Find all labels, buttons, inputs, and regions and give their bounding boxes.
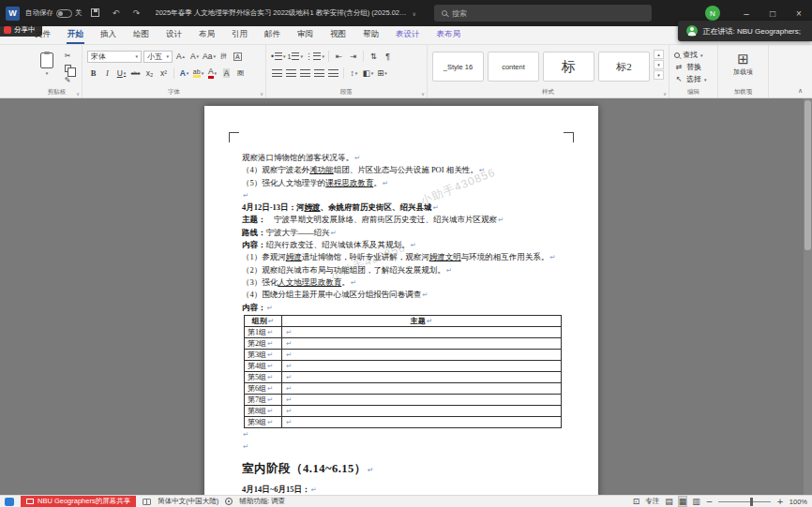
doc-paragraph[interactable]: ↵ (242, 189, 563, 201)
subscript-button[interactable]: x₂ (143, 67, 156, 80)
phonetic-guide-button[interactable]: 拼 (218, 51, 230, 63)
numbering-button[interactable]: 1▾ (288, 51, 303, 63)
topic-cell[interactable]: ↵ (282, 382, 562, 394)
justify-button[interactable] (313, 67, 325, 80)
cut-button[interactable]: ✂ (61, 51, 74, 61)
font-dialog-launcher[interactable]: ∨ (260, 91, 263, 97)
strikethrough-button[interactable]: abc (129, 67, 142, 80)
save-button[interactable] (88, 8, 103, 19)
borders-button[interactable]: ⊞▾ (376, 67, 388, 80)
group-cell[interactable]: 第3组↵ (245, 349, 282, 360)
tab-视图[interactable]: 视图 (322, 26, 354, 44)
tab-表布局[interactable]: 表布局 (429, 26, 470, 44)
autosave-toggle[interactable]: 自动保存 关 (25, 8, 83, 18)
increase-indent-button[interactable]: ⇥ (347, 51, 359, 63)
group-cell[interactable]: 第2组↵ (245, 337, 282, 349)
bold-button[interactable]: B (87, 67, 99, 80)
table-header-cell[interactable]: 主题↵ (282, 315, 562, 326)
autosave-switch-icon[interactable] (56, 9, 72, 18)
superscript-button[interactable]: x² (158, 67, 170, 80)
tab-插入[interactable]: 插入 (92, 26, 125, 44)
align-right-button[interactable] (299, 67, 311, 80)
web-layout-button[interactable]: ▥ (692, 497, 700, 506)
topic-cell[interactable]: ↵ (282, 405, 562, 416)
multilevel-list-button[interactable]: ⋮▾ (305, 51, 324, 63)
gallery-up-button[interactable]: ▴ (654, 50, 664, 59)
doc-paragraph[interactable]: 观察港口博物馆的游客状况等。↵ (242, 152, 563, 164)
read-mode-button[interactable]: ▤ (665, 497, 673, 506)
screen-share-indicator[interactable]: 分享中 (0, 23, 42, 37)
group-cell[interactable]: 第1组↵ (245, 326, 282, 337)
font-size-combo[interactable]: 小五 ▾ (143, 51, 173, 63)
tab-邮件[interactable]: 邮件 (256, 26, 289, 44)
groups-table[interactable]: 组别↵主题↵第1组↵↵第2组↵↵第3组↵↵第4组↵↵第5组↵↵第6组↵↵第7组↵… (244, 315, 562, 428)
gallery-down-button[interactable]: ▾ (654, 60, 664, 69)
topic-cell[interactable]: ↵ (282, 349, 562, 360)
topic-cell[interactable]: ↵ (282, 360, 562, 371)
group-cell[interactable]: 第7组↵ (245, 394, 282, 405)
search-box[interactable]: 搜索 (434, 5, 652, 22)
paste-button[interactable]: ▾ (37, 51, 57, 78)
proofing-icon[interactable] (143, 499, 151, 505)
group-cell[interactable]: 第5组↵ (245, 371, 282, 382)
zoom-slider[interactable] (718, 501, 771, 502)
grow-font-button[interactable]: A▴ (174, 51, 187, 63)
tab-布局[interactable]: 布局 (190, 26, 223, 44)
addins-button[interactable]: ⊞ 加载项 (723, 52, 763, 77)
styles-dialog-launcher[interactable]: ∨ (663, 91, 667, 97)
select-button[interactable]: ↖ 选择 ▾ (674, 73, 713, 85)
accessibility-status[interactable]: 辅助功能: 调查 (239, 497, 285, 506)
align-center-button[interactable] (285, 67, 297, 80)
undo-button[interactable]: ↶ (109, 8, 124, 18)
doc-paragraph[interactable]: （1）参观河姆渡遗址博物馆，聆听专业讲解，观察河姆渡文明与环境的相互作用关系。↵ (242, 251, 563, 263)
font-color-button[interactable]: A▾ (206, 67, 218, 80)
replace-button[interactable]: ⇄ 替换 (674, 61, 713, 73)
group-cell[interactable]: 第4组↵ (245, 360, 282, 371)
topic-cell[interactable]: ↵ (282, 337, 562, 349)
doc-paragraph[interactable]: （3）强化人文地理思政教育。↵ (242, 276, 563, 289)
language-status[interactable]: 简体中文(中国大陆) (158, 497, 218, 506)
bullets-button[interactable]: •▾ (271, 51, 286, 63)
topic-cell[interactable]: ↵ (282, 326, 562, 337)
group-cell[interactable]: 第9组↵ (245, 416, 282, 427)
collapse-ribbon-button[interactable]: ∧ (798, 87, 803, 95)
tab-绘图[interactable]: 绘图 (125, 26, 158, 44)
group-cell[interactable]: 第8组↵ (245, 405, 282, 416)
topic-cell[interactable]: ↵ (282, 416, 562, 427)
paragraph-dialog-launcher[interactable]: ∨ (421, 91, 425, 97)
copy-button[interactable] (61, 63, 74, 73)
tab-开始[interactable]: 开始 (59, 26, 92, 44)
distribute-button[interactable] (327, 67, 339, 80)
clipboard-dialog-launcher[interactable]: ∨ (76, 91, 80, 97)
line-spacing-button[interactable]: ↕▾ (348, 67, 360, 80)
tab-设计[interactable]: 设计 (158, 26, 190, 44)
zoom-in-button[interactable]: + (776, 497, 784, 506)
account-avatar[interactable]: N (705, 6, 720, 21)
word-app-icon[interactable]: W (6, 7, 20, 21)
enclose-characters-button[interactable]: 圈 (234, 67, 247, 80)
doc-paragraph[interactable]: （2）观察绍兴城市布局与功能组团，了解绍兴发展规划。↵ (242, 264, 563, 276)
zoom-level[interactable]: 100% (789, 498, 807, 506)
vertical-scrollbar[interactable] (804, 98, 812, 495)
doc-paragraph[interactable]: （4）观察宁波老外滩功能组团、片区业态与公共设施 POI 相关性。↵ (242, 164, 563, 176)
sort-button[interactable]: ⇅ (368, 51, 380, 63)
align-left-button[interactable] (271, 67, 283, 80)
doc-paragraph[interactable]: 主题： 宁波早期文明发展脉络、府前街区历史变迁、绍兴城市片区观察↵ (242, 214, 563, 226)
scrollbar-thumb[interactable] (804, 100, 811, 250)
doc-paragraph[interactable]: 4月12日-13日：河姆渡、余姚府前历史街区、绍兴县城↵ (242, 201, 563, 214)
font-name-combo[interactable]: 宋体 ▾ (87, 51, 142, 63)
document-page[interactable]: 小助手430856 小助手430856 观察港口博物馆的游客状况等。↵（4）观察… (204, 106, 598, 495)
focus-label[interactable]: 专注 (645, 497, 659, 506)
print-layout-button[interactable]: ▦ (679, 497, 687, 506)
doc-paragraph[interactable]: 路线：宁波大学——绍兴↵ (242, 227, 563, 239)
doc-paragraph[interactable]: （5）强化人文地理学的课程思政教育。↵ (242, 177, 563, 189)
zoom-slider-thumb[interactable] (750, 498, 753, 506)
zoom-out-button[interactable]: − (706, 497, 714, 506)
shrink-font-button[interactable]: A▾ (188, 51, 201, 63)
meeting-audio-icon[interactable] (5, 498, 14, 506)
table-header-cell[interactable]: 组别↵ (245, 315, 282, 326)
italic-button[interactable]: I (101, 67, 113, 80)
doc-paragraph[interactable]: 内容：↵ (242, 302, 563, 314)
doc-paragraph[interactable]: 内容：绍兴行政变迁、绍兴城镇体系及其规划。↵ (242, 239, 563, 251)
show-marks-button[interactable]: ¶ (382, 51, 394, 63)
